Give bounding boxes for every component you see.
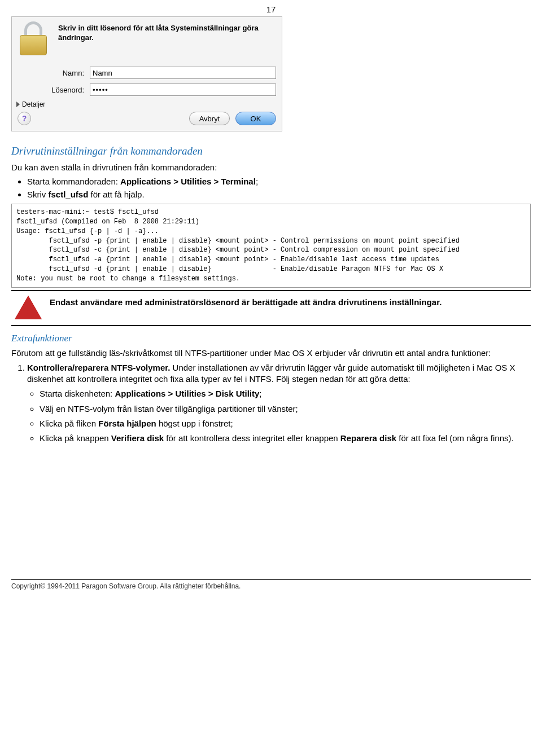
section-intro: Du kan även ställa in drivrutinen från k… xyxy=(11,162,531,173)
terminal-output: testers-mac-mini:~ test$ fsctl_ufsd fsct… xyxy=(11,204,531,287)
warning-icon: ! xyxy=(16,297,41,319)
section-heading-cmdline: Drivrutininställningar från kommandorade… xyxy=(11,145,531,157)
list-item: Välj en NTFS-volym från listan över till… xyxy=(40,403,531,415)
password-label: Lösenord: xyxy=(18,86,90,94)
details-disclosure[interactable]: Detaljer xyxy=(16,100,276,108)
page-number: 17 xyxy=(11,0,531,16)
warning-callout: ! Endast användare med administratörslös… xyxy=(11,290,531,326)
page-footer: Copyright© 1994-2011 Paragon Software Gr… xyxy=(11,579,531,590)
cancel-button[interactable]: Avbryt xyxy=(189,112,230,125)
dialog-message: Skriv in ditt lösenord för att låta Syst… xyxy=(58,23,276,43)
list-item: Klicka på knappen Verifiera disk för att… xyxy=(40,433,531,444)
warning-text: Endast användare med administratörslösen… xyxy=(50,297,442,308)
list-item: Skriv fsctl_ufsd för att få hjälp. xyxy=(27,190,531,199)
help-button[interactable]: ? xyxy=(18,112,31,125)
sub-steps-list: Starta diskenheten: Applications > Utili… xyxy=(40,388,531,444)
cmdline-steps-list: Starta kommandoraden: Applications > Uti… xyxy=(27,177,531,199)
name-label: Namn: xyxy=(18,69,90,77)
section2-intro: Förutom att ge fullständig läs-/skrivåtk… xyxy=(11,348,531,359)
ok-button[interactable]: OK xyxy=(235,112,276,125)
lock-icon xyxy=(18,23,51,56)
section-heading-extra: Extrafunktioner xyxy=(11,333,531,344)
triangle-right-icon xyxy=(16,102,20,107)
name-input[interactable] xyxy=(90,67,276,79)
auth-dialog: Skriv in ditt lösenord för att låta Syst… xyxy=(11,16,282,131)
list-item: Klicka på fliken Första hjälpen högst up… xyxy=(40,418,531,429)
password-input[interactable] xyxy=(90,83,276,96)
list-item: Starta kommandoraden: Applications > Uti… xyxy=(27,177,531,186)
extra-features-list: Kontrollera/reparera NTFS-volymer. Under… xyxy=(27,362,531,445)
list-item: Kontrollera/reparera NTFS-volymer. Under… xyxy=(27,362,531,445)
details-label: Detaljer xyxy=(22,100,45,108)
list-item: Starta diskenheten: Applications > Utili… xyxy=(40,388,531,399)
document-page: 17 Skriv in ditt lösenord för att låta S… xyxy=(0,0,542,601)
